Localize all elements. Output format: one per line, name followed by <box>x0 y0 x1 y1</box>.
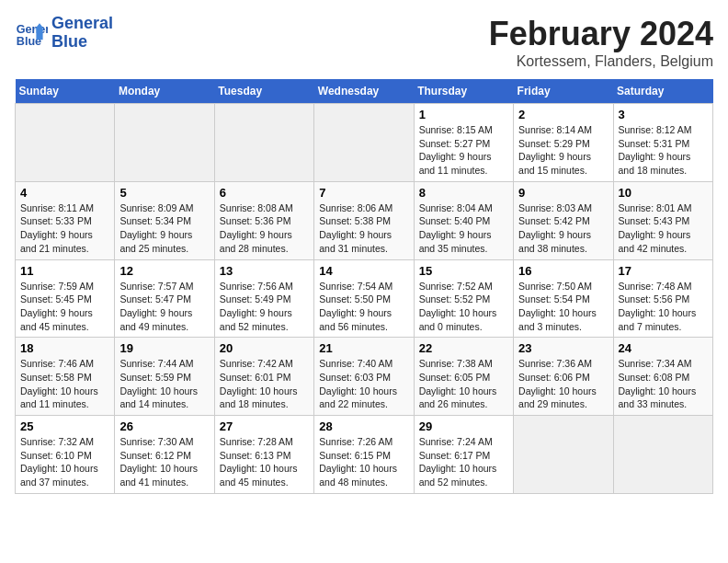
column-header-saturday: Saturday <box>613 79 712 104</box>
calendar-cell: 22Sunrise: 7:38 AM Sunset: 6:05 PM Dayli… <box>414 338 513 416</box>
day-number: 3 <box>619 108 708 121</box>
day-detail: Sunrise: 8:01 AM Sunset: 5:43 PM Dayligh… <box>619 201 708 256</box>
column-header-friday: Friday <box>514 79 613 104</box>
calendar-cell <box>16 104 115 182</box>
day-detail: Sunrise: 8:14 AM Sunset: 5:29 PM Dayligh… <box>518 123 608 178</box>
calendar-cell: 25Sunrise: 7:32 AM Sunset: 6:10 PM Dayli… <box>16 416 115 494</box>
day-number: 28 <box>319 419 408 433</box>
calendar-cell: 28Sunrise: 7:26 AM Sunset: 6:15 PM Dayli… <box>314 416 414 494</box>
calendar-header-row: SundayMondayTuesdayWednesdayThursdayFrid… <box>16 79 713 104</box>
day-number: 7 <box>319 186 408 200</box>
title-area: February 2024 Kortessem, Flanders, Belgi… <box>489 15 713 70</box>
calendar-cell: 3Sunrise: 8:12 AM Sunset: 5:31 PM Daylig… <box>613 104 712 182</box>
day-detail: Sunrise: 7:54 AM Sunset: 5:50 PM Dayligh… <box>319 280 408 334</box>
day-detail: Sunrise: 8:11 AM Sunset: 5:33 PM Dayligh… <box>20 201 109 256</box>
column-header-thursday: Thursday <box>414 79 513 104</box>
day-detail: Sunrise: 7:48 AM Sunset: 5:56 PM Dayligh… <box>619 280 708 334</box>
calendar-cell <box>613 416 712 494</box>
week-row-5: 25Sunrise: 7:32 AM Sunset: 6:10 PM Dayli… <box>16 416 713 494</box>
calendar-cell: 15Sunrise: 7:52 AM Sunset: 5:52 PM Dayli… <box>414 259 513 338</box>
week-row-1: 1Sunrise: 8:15 AM Sunset: 5:27 PM Daylig… <box>16 104 713 182</box>
calendar-cell <box>214 104 313 182</box>
day-number: 8 <box>419 186 508 200</box>
calendar-body: 1Sunrise: 8:15 AM Sunset: 5:27 PM Daylig… <box>16 104 713 494</box>
column-header-sunday: Sunday <box>16 79 115 104</box>
calendar-cell: 6Sunrise: 8:08 AM Sunset: 5:36 PM Daylig… <box>214 181 313 259</box>
day-detail: Sunrise: 7:57 AM Sunset: 5:47 PM Dayligh… <box>119 280 209 334</box>
column-header-monday: Monday <box>115 79 214 104</box>
day-detail: Sunrise: 7:24 AM Sunset: 6:17 PM Dayligh… <box>419 435 508 489</box>
calendar-table: SundayMondayTuesdayWednesdayThursdayFrid… <box>15 79 713 494</box>
day-number: 23 <box>518 341 608 355</box>
day-number: 17 <box>619 264 708 278</box>
day-number: 26 <box>119 419 209 433</box>
calendar-cell: 4Sunrise: 8:11 AM Sunset: 5:33 PM Daylig… <box>16 181 115 259</box>
day-number: 25 <box>20 419 109 433</box>
day-number: 6 <box>220 186 309 200</box>
day-number: 11 <box>20 264 109 278</box>
calendar-cell: 19Sunrise: 7:44 AM Sunset: 5:59 PM Dayli… <box>115 338 214 416</box>
calendar-cell: 26Sunrise: 7:30 AM Sunset: 6:12 PM Dayli… <box>115 416 214 494</box>
calendar-cell: 20Sunrise: 7:42 AM Sunset: 6:01 PM Dayli… <box>214 338 313 416</box>
day-number: 12 <box>119 264 209 278</box>
day-detail: Sunrise: 7:56 AM Sunset: 5:49 PM Dayligh… <box>220 280 309 334</box>
day-number: 21 <box>319 341 408 355</box>
day-detail: Sunrise: 7:38 AM Sunset: 6:05 PM Dayligh… <box>419 357 508 411</box>
calendar-cell: 1Sunrise: 8:15 AM Sunset: 5:27 PM Daylig… <box>414 104 513 182</box>
week-row-3: 11Sunrise: 7:59 AM Sunset: 5:45 PM Dayli… <box>16 259 713 338</box>
day-detail: Sunrise: 7:44 AM Sunset: 5:59 PM Dayligh… <box>119 357 209 411</box>
subtitle: Kortessem, Flanders, Belgium <box>489 53 713 70</box>
day-detail: Sunrise: 7:28 AM Sunset: 6:13 PM Dayligh… <box>220 435 309 489</box>
calendar-cell: 17Sunrise: 7:48 AM Sunset: 5:56 PM Dayli… <box>613 259 712 338</box>
main-title: February 2024 <box>489 15 713 53</box>
day-number: 13 <box>220 264 309 278</box>
calendar-cell: 5Sunrise: 8:09 AM Sunset: 5:34 PM Daylig… <box>115 181 214 259</box>
day-number: 1 <box>419 108 508 121</box>
day-number: 15 <box>419 264 508 278</box>
day-detail: Sunrise: 7:59 AM Sunset: 5:45 PM Dayligh… <box>20 280 109 334</box>
day-number: 4 <box>20 186 109 200</box>
day-number: 2 <box>518 108 608 121</box>
day-number: 9 <box>518 186 608 200</box>
calendar-cell <box>514 416 613 494</box>
day-detail: Sunrise: 7:40 AM Sunset: 6:03 PM Dayligh… <box>319 357 408 411</box>
calendar-cell: 14Sunrise: 7:54 AM Sunset: 5:50 PM Dayli… <box>314 259 414 338</box>
calendar-cell: 8Sunrise: 8:04 AM Sunset: 5:40 PM Daylig… <box>414 181 513 259</box>
day-detail: Sunrise: 7:50 AM Sunset: 5:54 PM Dayligh… <box>518 280 608 334</box>
calendar-cell: 24Sunrise: 7:34 AM Sunset: 6:08 PM Dayli… <box>613 338 712 416</box>
day-detail: Sunrise: 8:12 AM Sunset: 5:31 PM Dayligh… <box>619 123 708 178</box>
day-detail: Sunrise: 7:46 AM Sunset: 5:58 PM Dayligh… <box>20 357 109 411</box>
header: General Blue General Blue February 2024 … <box>15 15 713 70</box>
day-number: 5 <box>119 186 209 200</box>
day-number: 24 <box>619 341 708 355</box>
day-number: 27 <box>220 419 309 433</box>
day-detail: Sunrise: 7:26 AM Sunset: 6:15 PM Dayligh… <box>319 435 408 489</box>
day-number: 22 <box>419 341 508 355</box>
calendar-cell: 27Sunrise: 7:28 AM Sunset: 6:13 PM Dayli… <box>214 416 313 494</box>
calendar-cell: 23Sunrise: 7:36 AM Sunset: 6:06 PM Dayli… <box>514 338 613 416</box>
column-header-wednesday: Wednesday <box>314 79 414 104</box>
calendar-cell: 21Sunrise: 7:40 AM Sunset: 6:03 PM Dayli… <box>314 338 414 416</box>
day-number: 29 <box>419 419 508 433</box>
day-detail: Sunrise: 8:04 AM Sunset: 5:40 PM Dayligh… <box>419 201 508 256</box>
week-row-2: 4Sunrise: 8:11 AM Sunset: 5:33 PM Daylig… <box>16 181 713 259</box>
day-detail: Sunrise: 8:15 AM Sunset: 5:27 PM Dayligh… <box>419 123 508 178</box>
calendar-cell <box>314 104 414 182</box>
calendar-cell: 7Sunrise: 8:06 AM Sunset: 5:38 PM Daylig… <box>314 181 414 259</box>
day-detail: Sunrise: 8:03 AM Sunset: 5:42 PM Dayligh… <box>518 201 608 256</box>
logo-icon: General Blue <box>15 17 48 50</box>
day-detail: Sunrise: 8:08 AM Sunset: 5:36 PM Dayligh… <box>220 201 309 256</box>
day-number: 14 <box>319 264 408 278</box>
calendar-cell <box>115 104 214 182</box>
day-detail: Sunrise: 7:32 AM Sunset: 6:10 PM Dayligh… <box>20 435 109 489</box>
day-detail: Sunrise: 7:52 AM Sunset: 5:52 PM Dayligh… <box>419 280 508 334</box>
day-detail: Sunrise: 7:36 AM Sunset: 6:06 PM Dayligh… <box>518 357 608 411</box>
calendar-cell: 2Sunrise: 8:14 AM Sunset: 5:29 PM Daylig… <box>514 104 613 182</box>
calendar-cell: 11Sunrise: 7:59 AM Sunset: 5:45 PM Dayli… <box>16 259 115 338</box>
column-header-tuesday: Tuesday <box>214 79 313 104</box>
logo-text: General Blue <box>51 15 113 52</box>
calendar-cell: 16Sunrise: 7:50 AM Sunset: 5:54 PM Dayli… <box>514 259 613 338</box>
calendar-cell: 9Sunrise: 8:03 AM Sunset: 5:42 PM Daylig… <box>514 181 613 259</box>
day-number: 18 <box>20 341 109 355</box>
day-detail: Sunrise: 7:34 AM Sunset: 6:08 PM Dayligh… <box>619 357 708 411</box>
